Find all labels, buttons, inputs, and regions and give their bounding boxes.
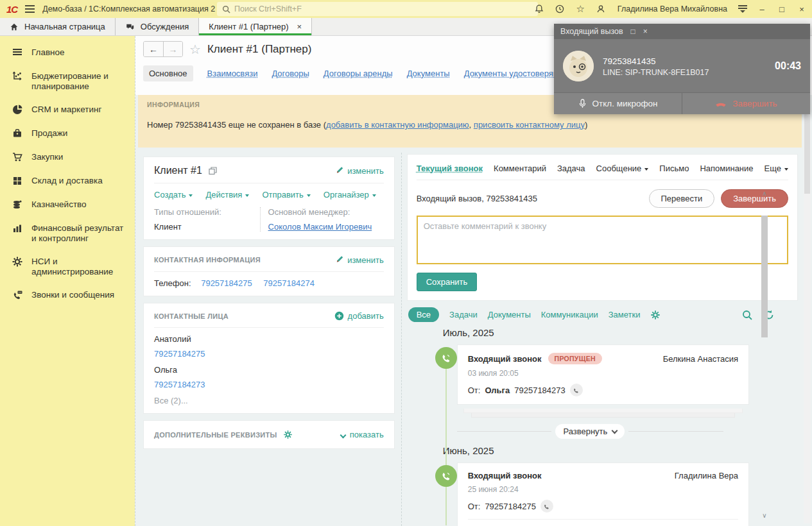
sidebar-item-warehouse[interactable]: Склад и доставка [0, 169, 135, 193]
forward-button[interactable]: → [163, 42, 182, 56]
save-comment-button[interactable]: Сохранить [417, 273, 478, 291]
sidebar-item-calls[interactable]: Звонки и сообщения [0, 284, 135, 307]
tab-comment[interactable]: Комментарий [494, 164, 546, 173]
sections-sidebar: Главное Бюджетирование и планирование CR… [0, 36, 135, 526]
back-button[interactable]: ← [144, 42, 163, 56]
filter-communications[interactable]: Коммуникации [541, 310, 598, 319]
filter-settings-gear-icon[interactable] [650, 310, 661, 320]
nav-documents[interactable]: Документы [407, 69, 450, 78]
sidebar-label: Бюджетирование и планирование [31, 71, 130, 92]
popup-end-call-button[interactable]: Завершить [682, 93, 810, 114]
tab-reminder[interactable]: Напоминание [700, 164, 753, 173]
sidebar-item-crm[interactable]: CRM и маркетинг [0, 98, 135, 122]
month-heading: Июль, 2025 [443, 327, 749, 338]
favorites-star-icon[interactable]: ☆ [575, 4, 586, 15]
sidebar-item-budgeting[interactable]: Бюджетирование и планирование [0, 65, 135, 98]
sidebar-item-purchases[interactable]: Закупки [0, 146, 135, 169]
tab-more[interactable]: Еще [764, 164, 788, 173]
filter-all[interactable]: Все [408, 307, 439, 322]
notifications-bell-icon[interactable] [534, 4, 545, 15]
popup-close-icon[interactable]: × [643, 27, 648, 36]
sidebar-item-sales[interactable]: Продажи [0, 122, 135, 146]
nav-lease-contracts[interactable]: Договоры аренды [324, 69, 393, 78]
filter-tasks[interactable]: Задачи [449, 310, 478, 319]
all-contacts-link[interactable]: Все (2)... [154, 396, 384, 405]
sidebar-item-finance[interactable]: Финансовый результат и контроллинг [0, 217, 135, 250]
current-user-name[interactable]: Гладилина Вера Михайловна [618, 4, 727, 13]
history-icon[interactable] [555, 4, 566, 15]
history-item[interactable]: Входящий звонок ПРОПУЩЕН Белкина Анастас… [421, 344, 749, 405]
favorite-star-icon[interactable]: ☆ [189, 42, 201, 57]
global-search[interactable] [217, 2, 538, 16]
service-menu-icon[interactable] [738, 5, 747, 13]
copy-icon[interactable] [209, 167, 217, 175]
form-scrollbar[interactable] [804, 96, 811, 523]
tab-current-call[interactable]: Текущий звонок [417, 164, 483, 173]
caller-avatar [563, 51, 594, 81]
contact-info-header: КОНТАКТНАЯ ИНФОРМАЦИЯ [154, 256, 261, 264]
sidebar-label: Финансовый результат и контроллинг [31, 223, 130, 244]
edit-contact-info-link[interactable]: изменить [336, 255, 384, 265]
callback-phone-icon[interactable] [570, 384, 583, 396]
filter-notes[interactable]: Заметки [609, 310, 641, 319]
expand-button[interactable]: Развернуть [555, 424, 625, 439]
gear-icon [12, 256, 23, 267]
assign-contact-person-link[interactable]: присвоить контактному лицу [474, 120, 585, 130]
send-menu[interactable]: Отправить [262, 190, 310, 199]
create-menu[interactable]: Создать [154, 190, 193, 199]
nav-relations[interactable]: Взаимосвязи [207, 69, 258, 78]
search-input[interactable] [234, 4, 533, 13]
tab-letter[interactable]: Письмо [659, 164, 689, 173]
history-search-icon[interactable] [741, 309, 753, 321]
maximize-button[interactable]: □ [777, 4, 787, 14]
manager-link[interactable]: Соколов Максим Игоревич [268, 222, 372, 232]
main-menu-icon[interactable] [25, 5, 35, 13]
scrollbar-thumb[interactable] [761, 216, 768, 337]
client-phone-2[interactable]: 79257184274 [263, 278, 315, 288]
sidebar-item-admin[interactable]: НСИ и администрирование [0, 250, 135, 284]
tab-task[interactable]: Задача [557, 164, 585, 173]
call-comment-input[interactable] [417, 216, 788, 264]
tab-client-partner[interactable]: Клиент #1 (Партнер) × [199, 18, 312, 35]
pencil-icon [336, 255, 344, 263]
show-attributes-link[interactable]: показать [341, 430, 384, 439]
tab-close-icon[interactable]: × [297, 22, 302, 31]
nav-main[interactable]: Основное [143, 65, 193, 81]
client-phone-1[interactable]: 79257184275 [201, 278, 252, 288]
scroll-up-icon[interactable]: ∧ [761, 190, 768, 199]
chevron-down-icon [612, 427, 618, 434]
sidebar-item-main[interactable]: Главное [0, 41, 135, 65]
callback-phone-icon[interactable] [540, 500, 553, 513]
briefcase-icon [12, 128, 23, 139]
sidebar-item-treasury[interactable]: Казначейство [0, 193, 135, 217]
incoming-call-icon [435, 465, 457, 487]
add-contact-person-link[interactable]: добавить [334, 311, 384, 321]
filter-documents[interactable]: Документы [488, 310, 531, 319]
organizer-menu[interactable]: Органайзер [324, 190, 376, 199]
add-to-contact-info-link[interactable]: добавить в контактную информацию [326, 120, 469, 130]
end-call-button[interactable]: Завершить [721, 189, 788, 208]
call-end-icon [715, 101, 727, 107]
microphone-icon [578, 99, 587, 108]
contact-person-phone[interactable]: 79257184273 [154, 380, 205, 389]
close-button[interactable]: × [797, 4, 807, 14]
transfer-call-button[interactable]: Перевести [649, 189, 715, 208]
nav-id-documents[interactable]: Документы удостоверяющ [464, 69, 567, 78]
user-contacts-icon[interactable] [596, 4, 607, 15]
plus-circle-icon [334, 311, 344, 321]
sidebar-label: CRM и маркетинг [31, 105, 101, 115]
history-scrollbar[interactable]: ∧ ∨ [761, 190, 768, 521]
history-item[interactable]: Входящий звонок Гладилина Вера 25 июня 2… [421, 462, 749, 526]
mute-microphone-button[interactable]: Откл. микрофон [554, 93, 682, 114]
actions-menu[interactable]: Действия [205, 190, 249, 199]
attributes-gear-icon[interactable] [283, 430, 293, 439]
minimize-button[interactable]: – [757, 4, 767, 14]
nav-contracts[interactable]: Договоры [272, 69, 309, 78]
contact-person-phone[interactable]: 79257184275 [154, 349, 205, 359]
tab-discussions[interactable]: Обсуждения [116, 18, 200, 35]
tab-message[interactable]: Сообщение [596, 164, 649, 173]
popup-maximize-icon[interactable]: □ [631, 27, 635, 36]
tab-home[interactable]: Начальная страница [0, 18, 116, 35]
scroll-down-icon[interactable]: ∨ [761, 512, 768, 521]
edit-client-link[interactable]: изменить [336, 165, 384, 176]
